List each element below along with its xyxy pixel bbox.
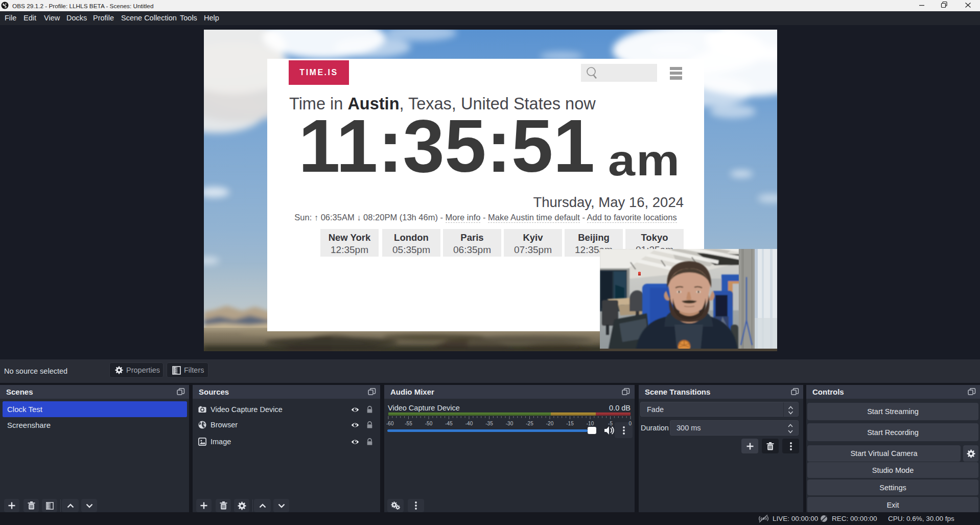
svg-text:-60: -60	[386, 421, 394, 426]
svg-text:-35: -35	[485, 421, 493, 426]
svg-text:-20: -20	[546, 421, 554, 426]
svg-text:-55: -55	[405, 421, 412, 426]
svg-text:-45: -45	[445, 421, 453, 426]
svg-text:-10: -10	[587, 421, 594, 426]
svg-text:0: 0	[628, 421, 632, 426]
svg-text:-50: -50	[425, 421, 433, 426]
svg-text:-25: -25	[526, 421, 533, 426]
svg-text:-40: -40	[465, 421, 473, 426]
svg-text:-30: -30	[506, 421, 514, 426]
svg-text:-5: -5	[608, 421, 613, 426]
svg-text:-15: -15	[566, 421, 574, 426]
